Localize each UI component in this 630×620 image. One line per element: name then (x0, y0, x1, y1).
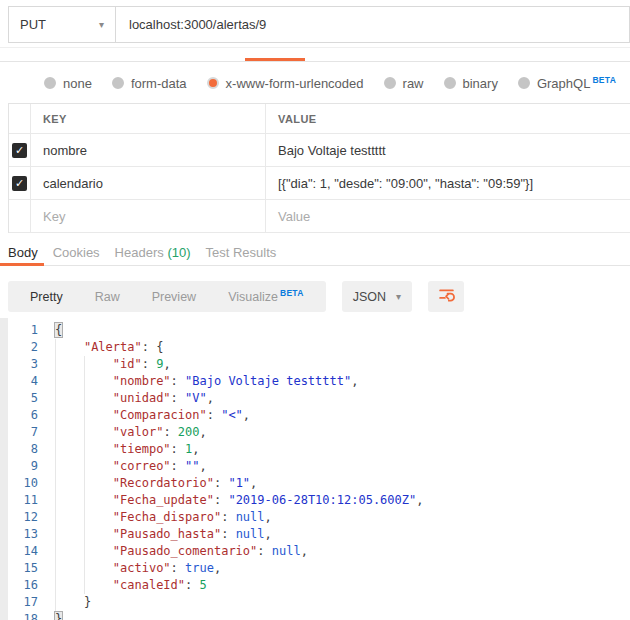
radio-binary[interactable]: binary (444, 76, 498, 91)
line-number: 18 (8, 611, 38, 620)
code-line: 11 "Fecha_update": "2019-06-28T10:12:05.… (8, 492, 630, 509)
radio-raw[interactable]: raw (384, 76, 424, 91)
line-number: 15 (8, 560, 38, 577)
table-placeholder-row: Key Value (9, 200, 630, 233)
checkbox-checked-icon[interactable]: ✓ (12, 143, 27, 158)
active-tab-indicator (245, 58, 305, 61)
beta-badge: BETA (592, 75, 616, 85)
tab-headers[interactable]: Headers (10) (115, 245, 191, 260)
code-line: 13 "Pausado_hasta": null, (8, 526, 630, 543)
response-body-editor[interactable]: 1{2 "Alerta": {3 "id": 9,4 "nombre": "Ba… (0, 318, 630, 620)
line-number: 11 (8, 492, 38, 509)
line-number: 8 (8, 441, 38, 458)
postman-window: PUT ▾ none form-data x-www-form-urlencod… (0, 0, 630, 620)
line-number: 12 (8, 509, 38, 526)
code-line: 2 "Alerta": { (8, 339, 630, 356)
mode-visualize[interactable]: VisualizeBETA (212, 288, 320, 304)
code-line: 16 "canaleId": 5 (8, 577, 630, 594)
view-mode-switcher: Pretty Raw Preview VisualizeBETA (8, 281, 326, 312)
radio-form-data[interactable]: form-data (112, 76, 187, 91)
code-line: 18} (8, 611, 630, 620)
line-number: 7 (8, 424, 38, 441)
radio-icon (44, 77, 56, 89)
radio-graphql[interactable]: GraphQLBETA (518, 75, 616, 91)
line-number: 13 (8, 526, 38, 543)
code-line: 8 "tiempo": 1, (8, 441, 630, 458)
code-line: 1{ (8, 322, 630, 339)
key-cell[interactable]: nombre (31, 134, 266, 167)
radio-none[interactable]: none (44, 76, 92, 91)
code-line: 10 "Recordatorio": "1", (8, 475, 630, 492)
line-number: 2 (8, 339, 38, 356)
code-line: 6 "Comparacion": "<", (8, 407, 630, 424)
code-line: 5 "unidad": "V", (8, 390, 630, 407)
request-bar: PUT ▾ (8, 6, 630, 43)
checkbox-checked-icon[interactable]: ✓ (12, 176, 27, 191)
wrap-text-icon (438, 286, 455, 307)
method-label: PUT (20, 17, 46, 32)
mode-pretty[interactable]: Pretty (14, 290, 79, 304)
code-line: 7 "valor": 200, (8, 424, 630, 441)
active-tab-underline (0, 263, 44, 266)
response-tabs: Body Cookies Headers (10) Test Results (0, 240, 630, 266)
chevron-down-icon: ▾ (396, 292, 401, 302)
wrap-text-button[interactable] (428, 281, 464, 312)
radio-x-www-form-urlencoded[interactable]: x-www-form-urlencoded (207, 76, 364, 91)
params-table: KEY VALUE ✓ nombre Bajo Voltaje testtttt… (8, 103, 630, 233)
table-row: ✓ nombre Bajo Voltaje testtttt (9, 134, 630, 167)
line-number: 3 (8, 356, 38, 373)
line-number: 1 (8, 322, 38, 339)
radio-icon (384, 77, 396, 89)
tab-test-results[interactable]: Test Results (206, 245, 277, 260)
radio-icon (112, 77, 124, 89)
checkbox-cell: ✓ (9, 167, 31, 200)
checkbox-cell: ✓ (9, 134, 31, 167)
code-line: 4 "nombre": "Bajo Voltaje testtttt", (8, 373, 630, 390)
line-number: 4 (8, 373, 38, 390)
code-line: 12 "Fecha_disparo": null, (8, 509, 630, 526)
line-number: 17 (8, 594, 38, 611)
tab-body[interactable]: Body (8, 245, 38, 260)
format-select[interactable]: JSON ▾ (342, 281, 412, 312)
line-number: 6 (8, 407, 38, 424)
request-tabs-strip (0, 47, 630, 62)
body-type-options: none form-data x-www-form-urlencoded raw… (8, 63, 630, 103)
response-view-toolbar: Pretty Raw Preview VisualizeBETA JSON ▾ (8, 281, 630, 312)
header-checkbox-cell (9, 104, 31, 134)
radio-icon (444, 77, 456, 89)
url-input[interactable] (116, 7, 629, 42)
value-cell[interactable]: [{"dia": 1, "desde": "09:00", "hasta": "… (266, 167, 630, 200)
radio-icon (518, 77, 530, 89)
mode-raw[interactable]: Raw (79, 290, 136, 304)
chevron-down-icon: ▾ (99, 20, 104, 30)
beta-badge: BETA (280, 288, 304, 298)
mode-preview[interactable]: Preview (136, 290, 212, 304)
method-select[interactable]: PUT ▾ (9, 7, 116, 42)
key-cell[interactable]: calendario (31, 167, 266, 200)
radio-selected-icon (207, 77, 219, 89)
table-header-row: KEY VALUE (9, 104, 630, 134)
code-line: 15 "activo": true, (8, 560, 630, 577)
table-row: ✓ calendario [{"dia": 1, "desde": "09:00… (9, 167, 630, 200)
value-column-header: VALUE (266, 104, 630, 134)
checkbox-cell (9, 200, 31, 233)
value-placeholder-cell[interactable]: Value (266, 200, 630, 233)
line-number: 10 (8, 475, 38, 492)
line-number: 9 (8, 458, 38, 475)
line-number: 14 (8, 543, 38, 560)
code-line: 9 "correo": "", (8, 458, 630, 475)
code-line: 14 "Pausado_comentario": null, (8, 543, 630, 560)
code-line: 17 } (8, 594, 630, 611)
code-lines: 1{2 "Alerta": {3 "id": 9,4 "nombre": "Ba… (8, 322, 630, 620)
key-column-header: KEY (31, 104, 266, 134)
key-placeholder-cell[interactable]: Key (31, 200, 266, 233)
headers-count-badge: (10) (167, 245, 190, 260)
editor-left-strip (0, 318, 8, 620)
value-cell[interactable]: Bajo Voltaje testtttt (266, 134, 630, 167)
code-line: 3 "id": 9, (8, 356, 630, 373)
line-number: 16 (8, 577, 38, 594)
line-number: 5 (8, 390, 38, 407)
tab-cookies[interactable]: Cookies (53, 245, 100, 260)
